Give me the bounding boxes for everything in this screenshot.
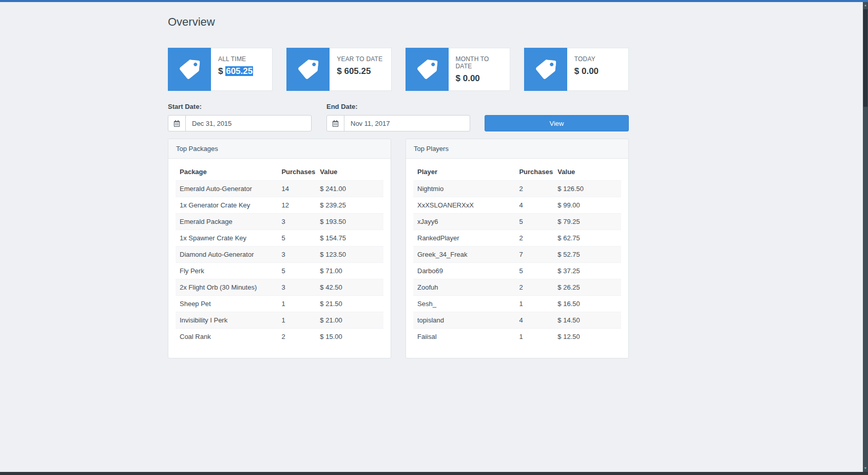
stat-card-month-to-date: MONTH TO DATE $ 0.00 [406,48,510,91]
column-header-package: Package [176,162,277,181]
table-cell: 3 [277,246,316,263]
table-cell: 7 [515,246,553,263]
table-row: Sesh_1$ 16.50 [413,296,621,312]
table-row: XxXSLOANERXxX4$ 99.00 [413,197,621,214]
stat-amount: 605.25 [225,66,253,76]
vertical-scrollbar[interactable]: ▲ ▼ [863,2,868,472]
column-header-purchases: Purchases [277,162,316,181]
stat-card-today: TODAY $ 0.00 [524,48,629,91]
start-date-group: Start Date: [168,103,312,131]
table-cell: 5 [277,230,316,246]
table-row: topisland4$ 14.50 [413,312,621,329]
top-packages-body: Package Purchases Value Emerald Auto-Gen… [168,159,391,350]
table-cell: Emerald Package [176,214,277,230]
table-cell: $ 14.50 [553,312,621,329]
table-cell: RankedPlayer [413,230,515,246]
table-cell: 12 [277,197,316,214]
currency-symbol: $ [337,66,341,76]
table-row: Greek_34_Freak7$ 52.75 [413,246,621,263]
scroll-down-icon[interactable]: ▼ [863,465,868,472]
top-players-table: Player Purchases Value Nightmio2$ 126.50… [413,162,621,345]
column-header-player: Player [413,162,515,181]
table-cell: 5 [515,214,553,230]
tag-icon [406,48,449,91]
end-date-input[interactable] [344,116,470,131]
table-row: 1x Generator Crate Key12$ 239.25 [176,197,383,214]
stat-label: TODAY [574,55,621,63]
table-cell: $ 12.50 [553,329,621,345]
table-cell: $ 15.00 [316,329,383,345]
table-cell: $ 239.25 [316,197,383,214]
stat-body: YEAR TO DATE $ 605.25 [330,48,391,91]
table-cell: $ 123.50 [316,246,383,263]
table-row: Darbo695$ 37.25 [413,263,621,279]
table-cell: $ 62.75 [553,230,621,246]
table-cell: 1 [515,296,553,312]
currency-symbol: $ [218,66,223,76]
table-cell: 2x Flight Orb (30 Minutes) [176,279,277,296]
table-row: Nightmio2$ 126.50 [413,181,621,197]
stat-label: YEAR TO DATE [337,55,383,63]
start-date-input[interactable] [186,116,311,131]
stat-amount: 0.00 [582,66,599,76]
table-cell: Nightmio [413,181,515,197]
end-date-input-group [326,115,470,131]
column-header-purchases: Purchases [515,162,553,181]
top-packages-table: Package Purchases Value Emerald Auto-Gen… [176,162,383,345]
table-header-row: Player Purchases Value [413,162,621,181]
table-cell: 4 [515,312,553,329]
table-cell: $ 21.00 [316,312,383,329]
table-row: Invisibility I Perk1$ 21.00 [176,312,383,329]
stat-value: $ 605.25 [337,66,383,77]
table-cell: 2 [277,329,316,345]
top-players-panel: Top Players Player Purchases Value Night… [406,139,629,358]
table-cell: 2 [515,279,553,296]
top-packages-title: Top Packages [168,139,391,159]
table-cell: $ 71.00 [316,263,383,279]
top-accent-bar [0,0,868,2]
scroll-up-icon[interactable]: ▲ [863,2,868,9]
main-content: Overview ALL TIME $ 605.25 YEAR TO DATE … [168,2,629,358]
stat-body: MONTH TO DATE $ 0.00 [449,48,510,91]
table-cell: 1 [277,312,316,329]
table-cell: $ 154.75 [316,230,383,246]
calendar-icon[interactable] [327,116,344,131]
table-row: Faiisal1$ 12.50 [413,329,621,345]
stat-value: $ 0.00 [456,73,503,84]
scrollbar-thumb[interactable] [863,9,867,107]
table-cell: $ 16.50 [553,296,621,312]
date-filter-row: Start Date: End Date: View [168,103,629,131]
table-cell: $ 42.50 [316,279,383,296]
view-button-column: View [485,103,629,131]
table-cell: xJayy6 [413,214,515,230]
table-row: Zoofuh2$ 26.25 [413,279,621,296]
stat-label: MONTH TO DATE [456,55,503,70]
table-row: 2x Flight Orb (30 Minutes)3$ 42.50 [176,279,383,296]
calendar-icon[interactable] [168,116,186,131]
table-cell: Darbo69 [413,263,515,279]
stat-value: $ 0.00 [574,66,621,77]
table-cell: Sesh_ [413,296,515,312]
tag-icon [286,48,330,91]
table-cell: 1 [277,296,316,312]
panels-row: Top Packages Package Purchases Value Eme… [168,139,629,358]
stat-card-year-to-date: YEAR TO DATE $ 605.25 [286,48,391,91]
start-date-input-group [168,115,312,131]
table-row: Emerald Auto-Generator14$ 241.00 [176,181,383,197]
stat-body: TODAY $ 0.00 [567,48,629,91]
table-cell: $ 52.75 [553,246,621,263]
top-players-body: Player Purchases Value Nightmio2$ 126.50… [406,159,628,350]
view-button[interactable]: View [485,115,629,131]
table-cell: Invisibility I Perk [176,312,277,329]
tag-icon [168,48,211,91]
stat-amount: 0.00 [463,73,480,83]
table-row: Diamond Auto-Generator3$ 123.50 [176,246,383,263]
currency-symbol: $ [456,73,460,83]
table-cell: XxXSLOANERXxX [413,197,515,214]
tag-icon [524,48,567,91]
table-row: Sheep Pet1$ 21.50 [176,296,383,312]
top-players-title: Top Players [406,139,628,159]
table-cell: Diamond Auto-Generator [176,246,277,263]
table-cell: 3 [277,279,316,296]
table-header-row: Package Purchases Value [176,162,383,181]
